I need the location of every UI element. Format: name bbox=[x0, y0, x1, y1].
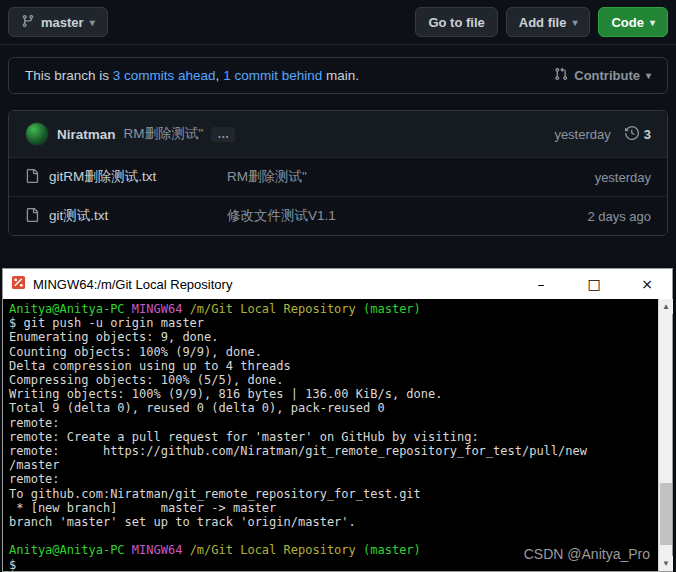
terminal-line: remote: Create a pull request for 'maste… bbox=[9, 430, 654, 444]
commits-behind-link[interactable]: 1 commit behind bbox=[223, 68, 322, 83]
contribute-button[interactable]: Contribute ▾ bbox=[554, 67, 651, 84]
chevron-down-icon: ▾ bbox=[650, 17, 655, 28]
commit-author-link[interactable]: Niratman bbox=[57, 127, 116, 142]
contribute-label: Contribute bbox=[574, 68, 640, 83]
terminal-line: To github.com:Niratman/git_remote_reposi… bbox=[9, 487, 654, 501]
watermark-text: CSDN @Anitya_Pro bbox=[524, 546, 650, 562]
mintty-app-icon bbox=[11, 275, 26, 293]
toolbar-divider bbox=[0, 44, 676, 45]
goto-file-label: Go to file bbox=[428, 15, 484, 30]
commit-message-link[interactable]: RM删除测试" bbox=[124, 125, 204, 143]
maximize-button[interactable]: □ bbox=[571, 269, 617, 299]
banner-text-suffix: main. bbox=[322, 68, 359, 83]
git-branch-icon bbox=[21, 14, 35, 31]
terminal-line: Writing objects: 100% (9/9), 816 bytes |… bbox=[9, 387, 654, 401]
table-row: git测试.txt 修改文件测试V1.1 2 days ago bbox=[9, 196, 667, 235]
add-file-button[interactable]: Add file ▾ bbox=[506, 7, 591, 37]
terminal-line: $ git push -u origin master bbox=[9, 316, 654, 330]
file-commit-message-link[interactable]: 修改文件测试V1.1 bbox=[227, 207, 577, 225]
terminal-line: Counting objects: 100% (9/9), done. bbox=[9, 345, 654, 359]
file-commit-time: 2 days ago bbox=[587, 209, 651, 224]
commit-meta: yesterday 3 bbox=[554, 126, 651, 143]
latest-commit-bar: Niratman RM删除测试" … yesterday 3 bbox=[9, 111, 667, 157]
history-icon bbox=[625, 126, 639, 143]
terminal-line: Delta compression using up to 4 threads bbox=[9, 359, 654, 373]
terminal-line: remote: bbox=[9, 472, 654, 486]
branch-label: master bbox=[41, 15, 84, 30]
terminal-line: branch 'master' set up to track 'origin/… bbox=[9, 515, 654, 529]
file-commit-message-link[interactable]: RM删除测试" bbox=[227, 168, 585, 186]
avatar[interactable] bbox=[25, 122, 49, 146]
terminal-line: /master bbox=[9, 458, 654, 472]
branch-selector-button[interactable]: master ▾ bbox=[8, 7, 108, 37]
commit-history-link[interactable]: 3 bbox=[625, 126, 651, 143]
terminal-line bbox=[9, 529, 654, 543]
table-row: gitRM删除测试.txt RM删除测试" yesterday bbox=[9, 157, 667, 196]
file-icon bbox=[25, 169, 39, 186]
terminal-line: Anitya@Anitya-PC MINGW64 /m/Git Local Re… bbox=[9, 302, 654, 316]
file-commit-time: yesterday bbox=[595, 170, 651, 185]
terminal-title: MINGW64:/m/Git Local Repository bbox=[33, 277, 511, 292]
git-pull-request-icon bbox=[554, 67, 568, 84]
code-button[interactable]: Code ▾ bbox=[598, 7, 668, 37]
repo-toolbar: master ▾ Go to file Add file ▾ Code ▾ bbox=[0, 0, 676, 44]
terminal-line: Total 9 (delta 0), reused 0 (delta 0), p… bbox=[9, 401, 654, 415]
goto-file-button[interactable]: Go to file bbox=[415, 7, 497, 37]
commits-ahead-link[interactable]: 3 commits ahead bbox=[113, 68, 216, 83]
minimize-button[interactable]: – bbox=[518, 269, 564, 299]
banner-text-prefix: This branch is bbox=[25, 68, 113, 83]
terminal-line: Compressing objects: 100% (5/5), done. bbox=[9, 373, 654, 387]
commit-time: yesterday bbox=[554, 127, 610, 142]
terminal-line: Enumerating objects: 9, done. bbox=[9, 330, 654, 344]
file-icon bbox=[25, 208, 39, 225]
github-repo-page: { "toolbar": { "branch_label": "master",… bbox=[0, 0, 676, 572]
file-name-link[interactable]: gitRM删除测试.txt bbox=[49, 168, 217, 186]
scrollbar-thumb[interactable] bbox=[660, 483, 672, 545]
close-button[interactable]: × bbox=[624, 269, 670, 299]
terminal-line: * [new branch] master -> master bbox=[9, 501, 654, 515]
code-label: Code bbox=[611, 15, 644, 30]
branch-status-text: This branch is 3 commits ahead, 1 commit… bbox=[25, 68, 359, 83]
chevron-down-icon: ▾ bbox=[572, 17, 577, 28]
terminal-titlebar[interactable]: MINGW64:/m/Git Local Repository – □ × bbox=[3, 269, 672, 299]
terminal-window: MINGW64:/m/Git Local Repository – □ × An… bbox=[2, 268, 673, 572]
terminal-line: remote: bbox=[9, 416, 654, 430]
add-file-label: Add file bbox=[519, 15, 567, 30]
terminal-scrollbar[interactable]: ▲ ▼ bbox=[658, 299, 672, 571]
branch-status-banner: This branch is 3 commits ahead, 1 commit… bbox=[8, 57, 668, 94]
scroll-down-arrow[interactable]: ▼ bbox=[659, 556, 673, 571]
chevron-down-icon: ▾ bbox=[90, 17, 95, 28]
file-browser-box: Niratman RM删除测试" … yesterday 3 gitRM删除测试… bbox=[8, 110, 668, 236]
toolbar-actions: Go to file Add file ▾ Code ▾ bbox=[415, 7, 668, 37]
commit-message-expand-button[interactable]: … bbox=[211, 127, 235, 142]
banner-separator: , bbox=[216, 68, 224, 83]
file-name-link[interactable]: git测试.txt bbox=[49, 207, 217, 225]
scroll-up-arrow[interactable]: ▲ bbox=[659, 299, 673, 314]
chevron-down-icon: ▾ bbox=[646, 70, 651, 81]
history-count: 3 bbox=[644, 127, 651, 142]
terminal-line: remote: https://github.com/Niratman/git_… bbox=[9, 444, 654, 458]
terminal-output[interactable]: Anitya@Anitya-PC MINGW64 /m/Git Local Re… bbox=[3, 299, 672, 571]
